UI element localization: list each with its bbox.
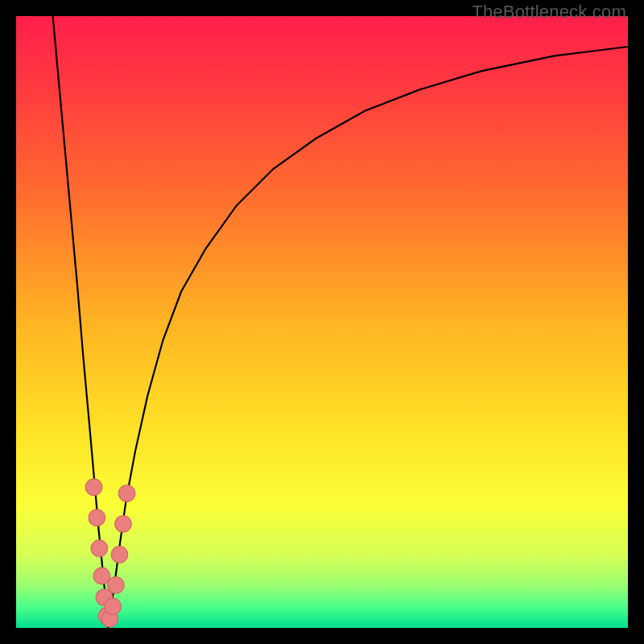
data-marker <box>93 568 110 584</box>
data-marker <box>108 577 125 594</box>
data-marker <box>118 485 135 502</box>
data-marker <box>91 540 108 557</box>
bottleneck-chart <box>16 16 628 628</box>
data-marker <box>85 479 102 496</box>
chart-frame: TheBottleneck.com <box>0 0 644 644</box>
data-marker <box>111 547 128 564</box>
data-marker <box>115 516 132 533</box>
watermark-text: TheBottleneck.com <box>472 2 626 23</box>
data-marker <box>89 510 105 526</box>
data-marker <box>105 598 122 615</box>
gradient-background <box>16 16 628 628</box>
